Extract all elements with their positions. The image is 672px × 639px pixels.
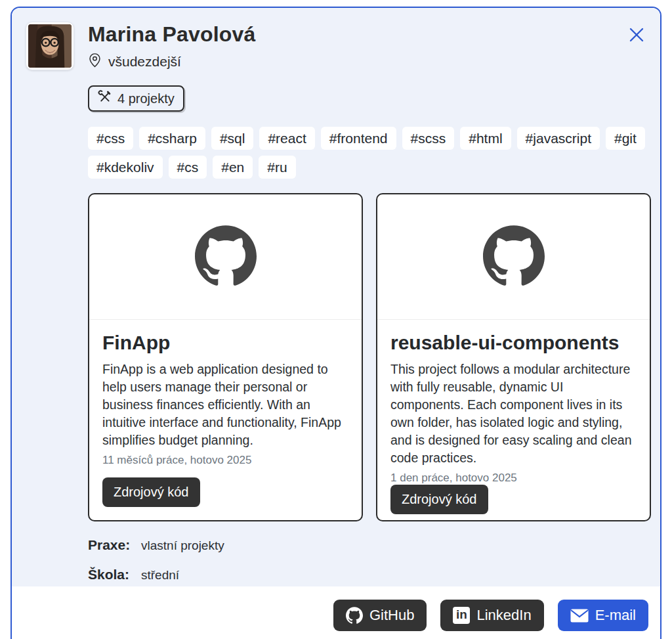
avatar (26, 22, 74, 70)
projects-count-badge[interactable]: 4 projekty (88, 85, 184, 112)
detail-label: Škola: (88, 567, 141, 583)
modal-body: Marina Pavolová všudezdejší (12, 8, 660, 586)
linkedin-button[interactable]: in LinkedIn (440, 600, 543, 631)
detail-value: vlastní projekty (141, 539, 224, 553)
tag[interactable]: #kdekoliv (88, 156, 163, 179)
tag[interactable]: #ru (259, 156, 295, 179)
detail-label: Praxe: (88, 537, 141, 553)
email-button-label: E-mail (595, 607, 636, 624)
tag-list: #css #csharp #sql #react #frontend #scss… (88, 127, 650, 179)
profile-modal: Marina Pavolová všudezdejší (10, 7, 662, 639)
github-octocat-icon (483, 225, 545, 289)
profile-content: 4 projekty #css #csharp #sql #react #fro… (88, 71, 650, 583)
crossed-tools-icon (98, 90, 112, 107)
tag[interactable]: #en (213, 156, 253, 179)
tag[interactable]: #git (606, 127, 645, 150)
close-button[interactable] (623, 22, 650, 49)
detail-value: střední (141, 568, 179, 583)
project-card-content: FinApp FinApp is a web application desig… (89, 320, 362, 520)
profile-header: Marina Pavolová všudezdejší (26, 22, 650, 71)
project-cards: FinApp FinApp is a web application desig… (88, 193, 651, 521)
github-button[interactable]: GitHub (333, 600, 427, 631)
project-card-finapp: FinApp FinApp is a web application desig… (88, 193, 363, 521)
github-button-label: GitHub (369, 607, 414, 624)
linkedin-button-label: LinkedIn (476, 607, 531, 624)
source-code-button[interactable]: Zdrojový kód (102, 477, 200, 507)
tag[interactable]: #javascript (517, 127, 600, 150)
details-section: Praxe: vlastní projekty Škola: střední (88, 537, 650, 583)
linkedin-in-icon: in (453, 607, 470, 624)
close-icon (625, 24, 648, 48)
project-title: FinApp (102, 332, 348, 354)
tag[interactable]: #cs (169, 156, 207, 179)
github-octocat-icon (346, 607, 363, 624)
person-name: Marina Pavolová (88, 22, 256, 47)
tag[interactable]: #csharp (139, 127, 205, 150)
tag[interactable]: #react (259, 127, 314, 150)
project-meta: 1 den práce, hotovo 2025 (390, 472, 637, 485)
projects-count-label: 4 projekty (117, 91, 175, 106)
source-code-button[interactable]: Zdrojový kód (390, 485, 488, 514)
location-row: všudezdejší (88, 53, 256, 71)
github-octocat-icon (195, 225, 257, 289)
detail-row-praxe: Praxe: vlastní projekty (88, 537, 650, 553)
modal-footer: GitHub in LinkedIn E-mail (12, 586, 660, 639)
tag[interactable]: #html (460, 127, 511, 150)
location-pin-icon (88, 53, 102, 71)
detail-row-skola: Škola: střední (88, 567, 650, 583)
project-description: FinApp is a web application designed to … (102, 361, 348, 449)
tag[interactable]: #frontend (321, 127, 396, 150)
project-card-reusable-ui-components: reusable-ui-components This project foll… (376, 193, 651, 521)
project-image (377, 194, 650, 320)
tag[interactable]: #sql (211, 127, 254, 150)
tag[interactable]: #scss (402, 127, 455, 150)
project-title: reusable-ui-components (390, 332, 637, 354)
location-text: všudezdejší (108, 54, 181, 70)
project-image (89, 194, 362, 320)
project-description: This project follows a modular architect… (390, 361, 637, 466)
email-button[interactable]: E-mail (558, 600, 648, 631)
header-text: Marina Pavolová všudezdejší (88, 22, 256, 71)
project-meta: 11 měsíců práce, hotovo 2025 (102, 454, 348, 467)
project-card-content: reusable-ui-components This project foll… (377, 320, 650, 521)
tag[interactable]: #css (88, 127, 133, 150)
envelope-icon (570, 609, 589, 623)
